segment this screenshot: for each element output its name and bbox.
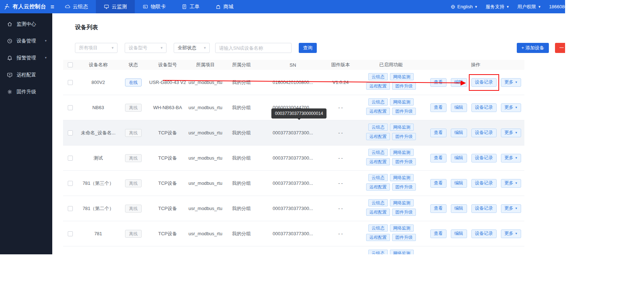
action-device-record-button[interactable]: 设备记录 [471,204,497,213]
sidebar-item-firmware-upgrade[interactable]: 固件升级 [0,83,52,100]
action-device-record-button[interactable]: 设备记录 [471,129,497,137]
feature-badge[interactable]: 远程配置 [366,133,390,140]
support-menu[interactable]: 服务支持 ▼ [486,4,510,10]
feature-badge[interactable]: 云组态 [368,199,388,206]
column-header: 操作 [427,62,524,68]
action-view-button[interactable]: 查看 [430,179,447,188]
chevron-down-icon: ▼ [515,207,518,210]
status-select[interactable]: 全部状态 ▼ [174,43,210,53]
feature-badge[interactable]: 云组态 [368,73,388,80]
action-more-button[interactable]: 更多▼ [501,103,521,112]
action-view-button[interactable]: 查看 [430,204,447,213]
action-more-button[interactable]: 更多▼ [501,78,521,87]
row-checkbox[interactable] [68,130,73,135]
feature-badge[interactable]: 网络监测 [390,250,414,254]
feature-badge[interactable]: 云组态 [368,174,388,181]
row-checkbox[interactable] [68,181,73,186]
action-view-button[interactable]: 查看 [430,129,447,137]
status-select-value: 全部状态 [178,45,196,51]
action-device-record-button[interactable]: 设备记录 [471,154,497,162]
sidebar-item-device-management[interactable]: 设备管理▼ [0,32,52,49]
sidebar-item-remote-config[interactable]: 远程配置 [0,66,52,83]
action-device-record-button[interactable]: 设备记录 [471,179,497,188]
feature-badge[interactable]: 远程配置 [366,234,390,241]
feature-badge[interactable]: 云组态 [368,98,388,106]
add-device-button[interactable]: + 添加设备 [517,43,549,53]
feature-badge[interactable]: 远程配置 [366,183,390,191]
action-view-button[interactable]: 查看 [430,154,447,162]
feature-badge[interactable]: 云组态 [368,124,388,131]
language-select[interactable]: English ▼ [450,4,478,9]
feature-badge[interactable]: 网络监测 [390,98,414,106]
feature-badge[interactable]: 固件升级 [392,158,416,165]
action-edit-button[interactable]: 编辑 [451,179,467,188]
permission-menu[interactable]: 用户权限 ▼ [517,4,541,10]
action-edit-button[interactable]: 编辑 [451,154,467,162]
action-device-record-button[interactable]: 设备记录 [471,103,497,112]
feature-badge[interactable]: 网络监测 [390,224,414,232]
cell-actions: 查看编辑设备记录更多▼ [427,179,524,188]
globe-icon [450,4,456,9]
feature-badge[interactable]: 网络监测 [390,199,414,206]
sidebar-item-alarm-management[interactable]: 报警管理▼ [0,49,52,66]
action-more-button[interactable]: 更多▼ [501,129,521,137]
feature-badge[interactable]: 远程配置 [366,158,390,165]
topnav-item-cloud-monitor[interactable]: 云监测 [96,0,135,13]
feature-badge[interactable]: 云组态 [368,250,388,254]
project-select[interactable]: 所有项目 ▼ [75,43,117,53]
select-all-checkbox[interactable] [68,62,73,67]
row-checkbox[interactable] [68,80,73,85]
feature-badge[interactable]: 固件升级 [392,209,416,216]
table-row: 781离线TCP设备usr_modbus_rtu我的分组000377303773… [63,221,524,246]
feature-badge[interactable]: 远程配置 [366,209,390,216]
feature-badge[interactable]: 固件升级 [392,183,416,191]
model-select[interactable]: 设备型号 ▼ [125,43,166,53]
feature-badge[interactable]: 固件升级 [392,108,416,115]
action-device-record-button[interactable]: 设备记录 [471,229,497,238]
action-view-button[interactable]: 查看 [430,78,447,87]
account-phone[interactable]: 1866086 [549,4,565,9]
annotated-action: 设备记录 [471,78,497,87]
status-badge: 在线 [125,79,142,86]
row-checkbox[interactable] [68,105,73,110]
action-edit-button[interactable]: 编辑 [451,129,467,137]
feature-badge[interactable]: 网络监测 [390,124,414,131]
cell-firmware: - - [326,130,355,135]
feature-badge[interactable]: 固件升级 [392,234,416,241]
model-select-value: 设备型号 [129,45,147,51]
action-view-button[interactable]: 查看 [430,103,447,112]
feature-badge[interactable]: 云组态 [368,149,388,156]
action-more-button[interactable]: 更多▼ [501,154,521,162]
action-edit-button[interactable]: 编辑 [451,204,467,213]
action-more-button[interactable]: 更多▼ [501,229,521,238]
feature-badge[interactable]: 固件升级 [392,133,416,140]
feature-badge[interactable]: 云组态 [368,224,388,232]
search-input[interactable] [215,43,292,53]
query-button[interactable]: 查询 [299,43,317,53]
action-view-button[interactable]: 查看 [430,229,447,238]
cell-actions: 查看编辑设备记录更多▼ [427,204,524,213]
action-edit-button[interactable]: 编辑 [451,229,467,238]
feature-badge[interactable]: 网络监测 [390,174,414,181]
action-device-record-button[interactable]: 设备记录 [471,78,497,87]
topnav-item-mall[interactable]: 商城 [208,0,241,13]
feature-badge[interactable]: 远程配置 [366,82,390,90]
clipped-red-button[interactable]: 一 [555,43,565,53]
row-checkbox[interactable] [68,156,73,161]
action-edit-button[interactable]: 编辑 [451,78,467,87]
feature-badge[interactable]: 远程配置 [366,108,390,115]
feature-badge[interactable]: 固件升级 [392,82,416,90]
row-checkbox[interactable] [68,206,73,211]
feature-badge[interactable]: 网络监测 [390,149,414,156]
action-more-button[interactable]: 更多▼ [501,179,521,188]
menu-toggle-icon[interactable]: ≡ [50,4,54,10]
table-header-row: 设备名称状态设备型号所属项目所属分组SN固件版本已启用功能操作 [63,60,524,70]
topnav-item-iot-card[interactable]: 物联卡 [135,0,174,13]
action-edit-button[interactable]: 编辑 [451,103,467,112]
row-checkbox[interactable] [68,231,73,236]
feature-badge[interactable]: 网络监测 [390,73,414,80]
action-more-button[interactable]: 更多▼ [501,204,521,213]
topnav-item-work-order[interactable]: 工单 [174,0,208,13]
topnav-item-scada[interactable]: 云组态 [57,0,96,13]
sidebar-item-monitor-center[interactable]: 监测中心 [0,15,52,32]
